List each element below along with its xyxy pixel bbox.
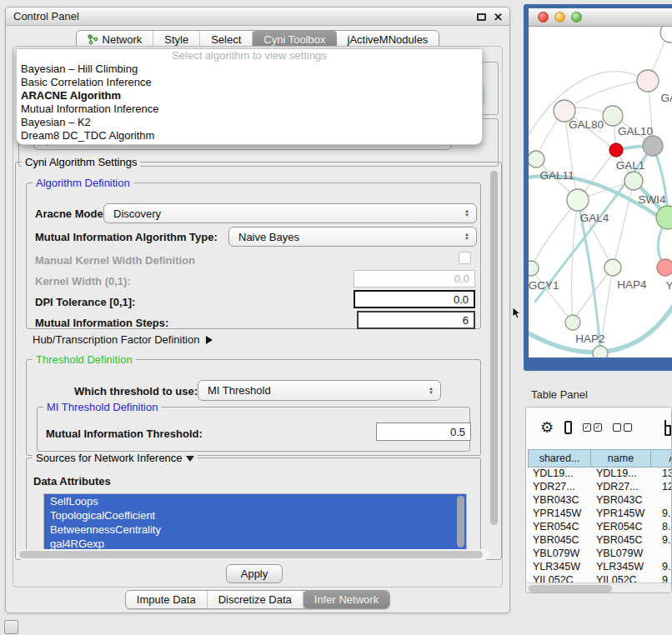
export-table-icon[interactable] (664, 420, 671, 436)
mi-algorithm-type-combobox[interactable]: Naive Bayes ▲▼ (228, 227, 477, 247)
popup-item-selected[interactable]: ARACNE Algorithm (17, 89, 482, 102)
minimize-traffic-light-icon[interactable] (554, 12, 565, 22)
gear-icon[interactable]: ⚙ (540, 420, 554, 435)
table-cell[interactable]: 12 (651, 481, 672, 494)
network-view-window[interactable]: GAL GAL80 GAL10 GAL1 GAL11 SWI4 GAL4 GCY… (524, 4, 672, 371)
table-horizontal-scrollbar[interactable] (527, 582, 672, 593)
apply-button[interactable]: Apply (226, 564, 283, 583)
node-hap2[interactable] (565, 315, 580, 330)
columns-icon[interactable] (564, 421, 572, 434)
scrollbar-thumb[interactable] (19, 551, 483, 558)
popup-item[interactable]: Bayesian – Hill Climbing (17, 62, 482, 76)
settings-horizontal-scrollbar[interactable] (18, 549, 489, 560)
table-cell[interactable]: YLR345W (528, 561, 591, 574)
popup-item[interactable]: Mutual Information Inference (17, 102, 482, 116)
column-header[interactable]: name (591, 449, 651, 468)
network-canvas[interactable]: GAL GAL80 GAL10 GAL1 GAL11 SWI4 GAL4 GCY… (529, 27, 672, 358)
zoom-traffic-light-icon[interactable] (571, 12, 582, 22)
list-scrollbar-thumb[interactable] (457, 496, 464, 548)
sources-title[interactable]: Sources for Network Inference (33, 452, 198, 464)
table-row[interactable]: YDR27...YDR27...12 (528, 481, 672, 494)
table-cell[interactable]: YBR045C (591, 534, 651, 548)
table-cell[interactable]: YDR27... (528, 481, 591, 494)
table-cell[interactable]: YER054C (591, 521, 651, 534)
sources-group: Sources for Network Inference Data Attri… (26, 458, 481, 554)
close-traffic-light-icon[interactable] (538, 12, 549, 22)
data-attributes-list[interactable]: SelfLoops TopologicalCoefficient Between… (43, 493, 467, 550)
popup-item[interactable]: Basic Correlation Inference (17, 76, 482, 89)
which-threshold-combobox[interactable]: MI Threshold ▲▼ (198, 380, 441, 401)
algorithm-definition-group: Algorithm Definition Aracne Mode: Discov… (26, 182, 481, 329)
dpi-tolerance-field[interactable]: 0.0 (354, 290, 475, 308)
tab-discretize-data[interactable]: Discretize Data (208, 591, 303, 608)
collapsed-arrow-icon[interactable] (206, 336, 213, 344)
node-gal10[interactable] (603, 106, 623, 126)
list-item[interactable]: SelfLoops (44, 494, 466, 508)
table-cell[interactable]: YDR27... (591, 481, 651, 494)
table-cell[interactable]: YER054C (528, 521, 591, 534)
mi-steps-field[interactable]: 6 (357, 311, 475, 329)
node[interactable] (660, 27, 672, 42)
node-label: GCY1 (529, 279, 559, 292)
table-cell[interactable]: 13 (651, 468, 672, 481)
table-cell[interactable] (651, 548, 672, 561)
restore-icon[interactable] (477, 13, 486, 21)
table-cell[interactable]: YLR345W (591, 561, 651, 574)
aracne-mode-combobox[interactable]: Discovery ▲▼ (103, 203, 477, 223)
table-row[interactable]: YPR145WYPR145W9. (528, 508, 672, 521)
table-row[interactable]: YDL19...YDL19...13 (528, 468, 672, 481)
minimized-panel-icon[interactable] (4, 620, 18, 634)
select-all-icon[interactable]: ✓ ✓ (583, 423, 602, 432)
table-row[interactable]: YBL079WYBL079W (528, 548, 672, 561)
column-header[interactable]: shared... (528, 449, 591, 468)
table-cell[interactable]: YBR045C (528, 534, 591, 548)
network-window-titlebar[interactable] (529, 8, 672, 27)
node-hap4[interactable] (604, 259, 621, 276)
deselect-all-icon[interactable] (613, 423, 632, 432)
settings-vertical-scrollbar[interactable] (489, 168, 499, 554)
node-gal4[interactable] (567, 189, 589, 211)
table-cell[interactable]: YBL079W (591, 548, 651, 561)
list-item[interactable]: BetweennessCentrality (44, 522, 466, 537)
combo-down-arrow-icon: ▼ (464, 213, 469, 218)
kernel-width-field[interactable]: 0.0 (354, 270, 475, 288)
table-row[interactable]: YER054CYER054C8. (528, 521, 672, 534)
table-cell[interactable]: YBR043C (528, 494, 591, 508)
popup-item[interactable]: Dream8 DC_TDC Algorithm (17, 129, 482, 142)
table-cell[interactable]: YPR145W (591, 508, 651, 521)
column-header[interactable]: A (651, 449, 672, 468)
node-swi4[interactable] (624, 172, 643, 190)
node-gal[interactable] (637, 70, 659, 92)
scrollbar-thumb[interactable] (490, 171, 498, 525)
list-item[interactable]: gal4RGexp (44, 537, 466, 550)
table-row[interactable]: YBR043CYBR043C (528, 494, 672, 508)
table-cell[interactable]: 9. (651, 508, 672, 521)
node-red-gal1[interactable] (609, 143, 623, 157)
table-cell[interactable]: YPR145W (528, 508, 591, 521)
table-cell[interactable] (651, 494, 672, 508)
table-row[interactable]: YBR045CYBR045C9. (528, 534, 672, 548)
node-gray[interactable] (643, 136, 663, 156)
hub-transcription-section[interactable]: Hub/Transcription Factor Definition (33, 333, 213, 346)
scrollbar-thumb[interactable] (529, 585, 612, 592)
table-cell[interactable]: YBR043C (591, 494, 651, 508)
table-cell[interactable]: YBL079W (528, 548, 591, 561)
table-cell[interactable]: 8. (651, 521, 672, 534)
node-gal11[interactable] (529, 151, 544, 168)
manual-kernel-width-checkbox[interactable] (459, 252, 471, 264)
table-row[interactable]: YLR345WYLR345W9. (528, 561, 672, 574)
tab-impute-data[interactable]: Impute Data (126, 591, 208, 608)
list-item[interactable]: TopologicalCoefficient (44, 508, 466, 522)
expanded-arrow-icon[interactable] (186, 456, 194, 462)
mi-threshold-field[interactable]: 0.5 (376, 422, 471, 441)
table-cell[interactable]: 9. (651, 534, 672, 548)
node-salmon-y[interactable] (657, 259, 672, 276)
table-cell[interactable]: 9. (651, 561, 672, 574)
table-cell[interactable]: YDL19... (528, 468, 591, 481)
tab-infer-network[interactable]: Infer Network (303, 591, 389, 608)
popup-item[interactable]: Bayesian – K2 (17, 116, 482, 129)
table-cell[interactable]: YDL19... (591, 468, 651, 481)
close-icon[interactable]: ✕ (494, 12, 503, 22)
node-gcy1[interactable] (529, 261, 539, 276)
node[interactable] (593, 346, 608, 358)
